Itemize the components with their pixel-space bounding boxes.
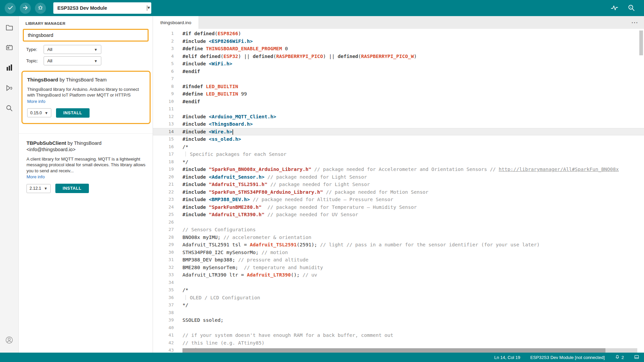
- code-line[interactable]: 32BME280 mySensorTem; // temperature and…: [153, 264, 644, 272]
- sidebar-item-boards-manager[interactable]: [3, 42, 16, 55]
- type-filter-select[interactable]: All ▼: [44, 45, 101, 54]
- code-line[interactable]: 26: [153, 219, 644, 226]
- line-number: 20: [153, 173, 174, 181]
- code-line[interactable]: 36OLED / LCD Configuration: [153, 294, 644, 302]
- library-description: ThingsBoard library for Arduino. Arduino…: [27, 86, 145, 98]
- code-line[interactable]: 30STHS34PF80_I2C mySensorMo; // motion: [153, 249, 644, 256]
- type-filter-row: Type: All ▼: [26, 45, 153, 54]
- sidebar-item-debug[interactable]: [3, 82, 16, 95]
- chevron-down-icon: ▼: [94, 59, 98, 63]
- code-line[interactable]: 12#include <Arduino_MQTT_Client.h>: [153, 113, 644, 121]
- board-selector[interactable]: ESP32S3 Dev Module ▼: [53, 2, 151, 14]
- code-line[interactable]: 22#include "SparkFun_STHS34PF80_Arduino_…: [153, 188, 644, 196]
- code-line[interactable]: 15#include <ss_oled.h>: [153, 135, 644, 143]
- code-line[interactable]: 8#ifndef LED_BUILTIN: [153, 83, 644, 90]
- code-line[interactable]: 34: [153, 279, 644, 287]
- line-number: 43: [153, 347, 174, 353]
- line-number: 5: [153, 60, 174, 68]
- code-line[interactable]: 17Specific packages for each Sensor: [153, 150, 644, 158]
- sidebar-item-sketchbook[interactable]: [3, 21, 16, 35]
- code-line[interactable]: 16/*: [153, 143, 644, 151]
- code-line[interactable]: 41// if your system doesn't have enough …: [153, 331, 644, 339]
- sidebar-item-library-manager[interactable]: [3, 62, 16, 75]
- line-number: 12: [153, 113, 174, 121]
- line-number: 19: [153, 166, 174, 173]
- code-line[interactable]: 33Adafruit_LTR390 ltr = Adafruit_LTR390(…: [153, 271, 644, 279]
- horizontal-scrollbar[interactable]: [182, 348, 637, 353]
- more-info-link[interactable]: More info: [26, 174, 45, 179]
- code-line[interactable]: 24#include "SparkFunBME280.h" // package…: [153, 203, 644, 211]
- code-line[interactable]: 40: [153, 324, 644, 332]
- code-line[interactable]: 37*/: [153, 301, 644, 309]
- code-line[interactable]: 19#include "SparkFun_BNO08x_Arduino_Libr…: [153, 166, 644, 173]
- library-title: TBPubSubClient by ThingsBoard <info@thin…: [26, 140, 146, 153]
- code-line[interactable]: 3#define THINGSBOARD_ENABLE_PROGMEM 0: [153, 45, 644, 53]
- vertical-scrollbar-thumb[interactable]: [639, 31, 643, 55]
- toggle-panel-button[interactable]: [634, 354, 639, 361]
- line-number: 9: [153, 90, 174, 98]
- code-line[interactable]: 10#endif: [153, 98, 644, 106]
- search-icon: [5, 104, 13, 114]
- board-connection-status[interactable]: ESP32S3 Dev Module [not connected]: [530, 355, 605, 360]
- code-line[interactable]: 7: [153, 75, 644, 83]
- code-line[interactable]: 2#include <ESP8266WiFi.h>: [153, 38, 644, 45]
- serial-plotter-button[interactable]: [610, 4, 619, 13]
- version-select[interactable]: 0.15.0 ▼: [27, 108, 51, 117]
- line-number: 14: [153, 128, 174, 136]
- chevron-down-icon: ▼: [45, 111, 48, 115]
- install-button[interactable]: INSTALL: [55, 184, 89, 193]
- sidebar-item-search[interactable]: [3, 102, 16, 115]
- install-button[interactable]: INSTALL: [56, 108, 90, 118]
- code-line[interactable]: 27// Sensors Configurations: [153, 226, 644, 234]
- code-line[interactable]: 28BNO08x myIMU; // accelerometer & orien…: [153, 234, 644, 241]
- editor-more-actions-button[interactable]: ⋯: [631, 18, 644, 26]
- code-line[interactable]: 11: [153, 105, 644, 113]
- code-line[interactable]: 29Adafruit_TSL2591 tsl = Adafruit_TSL259…: [153, 241, 644, 249]
- line-number: 3: [153, 45, 174, 53]
- code-line[interactable]: 5#include <WiFi.h>: [153, 60, 644, 68]
- line-number: 31: [153, 256, 174, 264]
- code-line[interactable]: 14#include <Wire.h>: [153, 128, 644, 136]
- code-line[interactable]: 4#elif defined(ESP32) || defined(RASPBER…: [153, 53, 644, 60]
- horizontal-scrollbar-thumb[interactable]: [182, 348, 605, 353]
- library-search-input[interactable]: [23, 29, 149, 42]
- code-line[interactable]: 20#include <Adafruit_Sensor.h> // packag…: [153, 173, 644, 181]
- code-line[interactable]: 9#define LED_BUILTIN 99: [153, 90, 644, 98]
- code-line[interactable]: 35/*: [153, 286, 644, 294]
- panel-icon: [634, 354, 639, 361]
- notifications[interactable]: 2: [615, 354, 624, 360]
- line-number: 10: [153, 98, 174, 106]
- code-line[interactable]: 38: [153, 309, 644, 317]
- code-line[interactable]: 31BMP388_DEV bmp388; // pressure and alt…: [153, 256, 644, 264]
- debug-button[interactable]: [35, 3, 46, 14]
- type-filter-label: Type:: [26, 47, 44, 52]
- topic-filter-select[interactable]: All ▼: [44, 56, 101, 65]
- code-line[interactable]: 21#include "Adafruit_TSL2591.h" // packa…: [153, 181, 644, 188]
- line-number: 39: [153, 316, 174, 324]
- code-line[interactable]: 42// this line (e.g. ATtiny85): [153, 339, 644, 347]
- line-number: 11: [153, 105, 174, 113]
- code-editor[interactable]: 1#if defined(ESP8266)2#include <ESP8266W…: [153, 29, 644, 353]
- version-select[interactable]: 2.12.1 ▼: [26, 184, 51, 193]
- code-line[interactable]: 23#include <BMP388_DEV.h> // package nee…: [153, 196, 644, 203]
- line-number: 36: [153, 294, 174, 302]
- line-number: 42: [153, 339, 174, 347]
- more-info-link[interactable]: More info: [27, 99, 45, 104]
- upload-button[interactable]: [20, 3, 31, 14]
- serial-monitor-button[interactable]: [627, 4, 635, 13]
- cursor-position[interactable]: Ln 14, Col 19: [494, 355, 520, 360]
- line-number: 15: [153, 135, 174, 143]
- code-line[interactable]: 13#include <ThingsBoard.h>: [153, 120, 644, 128]
- line-number: 23: [153, 196, 174, 203]
- code-line[interactable]: 25#include "Adafruit_LTR390.h" // packag…: [153, 211, 644, 219]
- verify-button[interactable]: [5, 3, 16, 14]
- code-line[interactable]: 1#if defined(ESP8266): [153, 30, 644, 38]
- code-line[interactable]: 39SSOLED ssoled;: [153, 316, 644, 324]
- code-line[interactable]: 6#endif: [153, 68, 644, 75]
- code-line[interactable]: 18*/: [153, 158, 644, 166]
- tab-thingsboard-ino[interactable]: thingsboard.ino: [153, 16, 199, 29]
- line-number: 18: [153, 158, 174, 166]
- library-controls: 2.12.1 ▼ INSTALL: [26, 184, 146, 193]
- line-number: 27: [153, 226, 174, 234]
- sidebar-item-account[interactable]: [3, 334, 16, 347]
